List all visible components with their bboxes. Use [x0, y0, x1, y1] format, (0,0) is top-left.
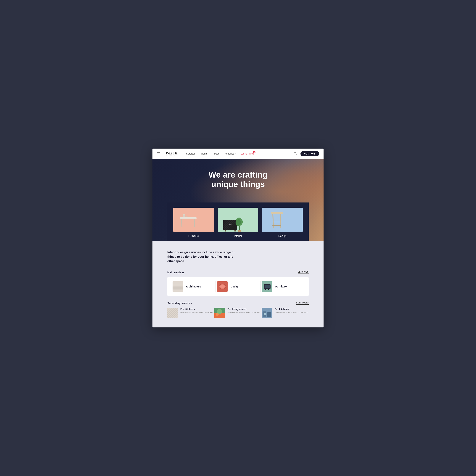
hero-title: We are crafting unique things [208, 170, 267, 189]
services-section: Interior design services include a wide … [153, 241, 323, 327]
services-description: Interior design services include a wide … [167, 250, 238, 263]
logo-text: PACKS [166, 152, 179, 154]
svg-rect-23 [280, 214, 282, 228]
secondary-living[interactable]: For living rooms Lorem ipsum dolor sit a… [214, 308, 261, 320]
services-card: Architecture Design [167, 277, 309, 296]
nav-hiring[interactable]: We're hiring 6 [241, 152, 254, 155]
navbar: PACKS UI TEMPLATE Services Works About T… [153, 149, 323, 159]
kitchen1-image [167, 308, 178, 318]
svg-point-49 [264, 313, 266, 315]
architecture-name: Architecture [186, 285, 201, 288]
hiring-badge: 6 [253, 151, 255, 153]
svg-rect-3 [183, 215, 185, 217]
living-text: For living rooms Lorem ipsum dolor sit a… [227, 308, 261, 314]
nav-about[interactable]: About [213, 152, 219, 155]
svg-line-1 [296, 154, 297, 154]
svg-rect-37 [268, 289, 269, 290]
kitchen1-title: For kitchens [180, 308, 214, 310]
svg-rect-2 [180, 217, 197, 219]
portfolio-tag: PORTFOLIO [296, 302, 309, 305]
nav-links: Services Works About Template ▾ We're hi… [186, 152, 287, 155]
furniture-label: Furniture [188, 232, 199, 241]
svg-rect-48 [267, 312, 271, 317]
hamburger-menu[interactable] [157, 153, 160, 155]
nav-right: CONTACT [293, 151, 319, 156]
svg-rect-7 [194, 219, 195, 227]
hero-cards-bg: Furniture [167, 203, 309, 241]
nav-works[interactable]: Works [201, 152, 207, 155]
logo-subtext: UI TEMPLATE [166, 154, 179, 156]
kitchen2-desc: Lorem ipsum dolor sit amet, consectetur. [275, 311, 309, 314]
svg-rect-41 [167, 308, 178, 318]
svg-rect-22 [272, 214, 274, 228]
interior-image [218, 208, 258, 232]
living-image [214, 308, 225, 318]
hero-card-furniture[interactable]: Furniture [173, 208, 214, 241]
svg-rect-25 [272, 225, 281, 226]
svg-rect-35 [265, 285, 270, 288]
design-image [262, 208, 303, 232]
chevron-down-icon: ▾ [235, 153, 236, 155]
living-desc: Lorem ipsum dolor sit amet, consectetur. [227, 311, 261, 314]
svg-point-32 [220, 285, 225, 288]
nav-template[interactable]: Template ▾ [224, 152, 236, 155]
svg-point-15 [229, 224, 230, 225]
search-icon[interactable] [293, 151, 298, 156]
kitchen2-text: For kitchens Lorem ipsum dolor sit amet,… [275, 308, 309, 314]
svg-rect-6 [181, 219, 182, 227]
living-title: For living rooms [227, 308, 261, 310]
svg-point-45 [216, 313, 219, 316]
hero-card-design[interactable]: Design [262, 208, 303, 241]
hero-section: We are crafting unique things [153, 159, 323, 241]
secondary-services-label: Secondary services [167, 302, 192, 305]
main-services-label: Main services [167, 271, 185, 274]
svg-rect-20 [238, 230, 241, 232]
services-tag: SERVICES [298, 271, 309, 274]
svg-rect-21 [271, 212, 283, 214]
furniture-service-image [262, 281, 272, 292]
architecture-image [172, 281, 183, 292]
svg-rect-12 [225, 230, 226, 232]
svg-point-16 [230, 224, 232, 225]
design-label: Design [278, 232, 287, 241]
design-name: Design [231, 285, 239, 288]
hero-card-interior[interactable]: Interior [218, 208, 258, 241]
svg-rect-24 [272, 222, 281, 222]
nav-services[interactable]: Services [186, 152, 195, 155]
svg-rect-36 [265, 289, 266, 290]
page-wrapper: PACKS UI TEMPLATE Services Works About T… [153, 149, 323, 327]
service-furniture[interactable]: Furniture [262, 281, 304, 292]
svg-rect-13 [235, 230, 236, 232]
svg-rect-29 [172, 281, 183, 292]
main-services-header: Main services SERVICES [167, 271, 309, 274]
svg-point-4 [183, 214, 185, 215]
secondary-kitchen2[interactable]: For kitchens Lorem ipsum dolor sit amet,… [262, 308, 309, 320]
service-design[interactable]: Design [217, 281, 259, 292]
logo: PACKS UI TEMPLATE [166, 152, 179, 156]
service-architecture[interactable]: Architecture [172, 281, 214, 292]
design-service-image [217, 281, 228, 292]
furniture-service-name: Furniture [275, 285, 287, 288]
kitchen1-desc: Lorem ipsum dolor sit amet, consectetur. [180, 311, 214, 314]
kitchen2-title: For kitchens [275, 308, 309, 310]
secondary-kitchen1[interactable]: For kitchens Lorem ipsum dolor sit amet,… [167, 308, 214, 320]
hero-text-area: We are crafting unique things [208, 159, 267, 193]
secondary-services-header: Secondary services PORTFOLIO [167, 302, 309, 305]
contact-button[interactable]: CONTACT [301, 151, 319, 156]
hero-cards-container: Furniture [153, 203, 323, 241]
interior-label: Interior [234, 232, 242, 241]
secondary-items: For kitchens Lorem ipsum dolor sit amet,… [167, 308, 309, 320]
kitchen2-image [262, 308, 272, 318]
furniture-image [173, 208, 214, 232]
kitchen1-text: For kitchens Lorem ipsum dolor sit amet,… [180, 308, 214, 314]
svg-rect-5 [186, 216, 187, 217]
